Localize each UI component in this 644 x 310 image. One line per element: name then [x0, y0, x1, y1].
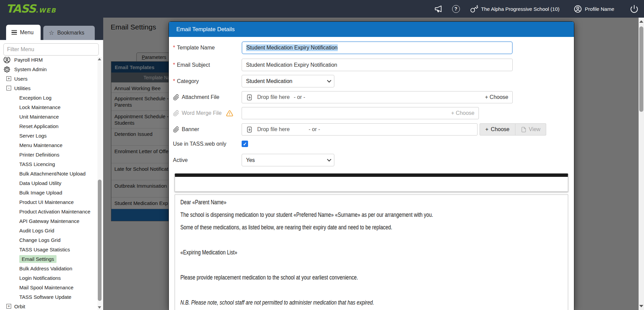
category-label: Category	[177, 78, 199, 84]
filter-menu-input[interactable]	[3, 43, 99, 56]
banner-label: Banner	[182, 126, 199, 132]
sidebar-item-bulk-address-validation[interactable]: Bulk Address Validation	[0, 264, 97, 273]
sidebar-item-exception-log[interactable]: Exception Log	[0, 93, 97, 102]
sidebar-item-lock-maintenance[interactable]: Lock Maintenance	[0, 102, 97, 112]
email-body-editor: Dear «Parent Name»The school is dispensi…	[175, 173, 568, 310]
banner-view-button[interactable]: View	[515, 123, 546, 136]
tab-menu[interactable]: Menu	[6, 25, 41, 40]
sidebar-item-printer-definitions[interactable]: Printer Definitions	[0, 150, 97, 159]
tass-web-logo[interactable]: TASS.WEB	[6, 2, 56, 15]
sidebar-item-label: Product Activation Maintenance	[19, 209, 90, 214]
template-name-input[interactable]: Student Medication Expiry Notification	[242, 41, 513, 54]
sidebar-item-mail-spool-maintenance[interactable]: Mail Spool Maintenance	[0, 283, 97, 292]
warning-icon	[226, 110, 233, 117]
email-template-details-modal: Email Template Details *Template Name St…	[169, 21, 574, 310]
drop-text: Drop file here	[257, 94, 290, 100]
editor-paragraph: The school is dispensing medication to y…	[180, 209, 490, 221]
sidebar-scrollbar[interactable]	[97, 57, 102, 310]
expand-icon[interactable]: +	[6, 76, 11, 81]
or-text: - or -	[309, 126, 320, 132]
template-name-label: Template Name	[177, 45, 215, 51]
sidebar-item-api-gateway-maintenance[interactable]: API Gateway Maintenance	[0, 216, 97, 226]
sidebar-item-menu-maintenance[interactable]: Menu Maintenance	[0, 140, 97, 150]
sidebar-item-label: Reset Application	[19, 123, 59, 129]
page-scrollbar-thumb[interactable]	[639, 26, 643, 112]
sidebar-scrollbar-thumb[interactable]	[98, 180, 102, 301]
banner-dropzone[interactable]: Drop file here - or -	[242, 123, 478, 136]
logo-text-primary: TASS	[6, 2, 36, 15]
sidebar-item-audit-logs-grid[interactable]: Audit Logs Grid	[0, 226, 97, 235]
active-select[interactable]: Yes	[242, 154, 334, 166]
editor-paragraph: «Expiring Medication List»	[180, 246, 490, 259]
sidebar-item-tass-licencing[interactable]: TASS Licencing	[0, 159, 97, 169]
sidebar-item-label: Payroll HRM	[14, 57, 43, 63]
active-label: Active	[173, 157, 242, 163]
email-subject-input[interactable]	[242, 59, 513, 71]
power-icon[interactable]	[630, 4, 639, 13]
sidebar-item-label: Data Upload Utility	[19, 180, 61, 186]
word-merge-choose-button[interactable]: + Choose	[451, 110, 474, 116]
sidebar-item-tass-software-update[interactable]: TASS Software Update	[0, 292, 97, 302]
attachment-dropzone[interactable]: Drop file here - or - + Choose	[242, 91, 513, 103]
announcements-icon[interactable]	[434, 4, 443, 13]
sidebar-item-email-settings[interactable]: Email Settings	[0, 254, 97, 264]
template-name-value: Student Medication Expiry Notification	[246, 44, 338, 51]
sidebar-menu-tree: Payroll HRMSystem Admin+Users-UtilitiesE…	[0, 57, 97, 310]
sidebar: Payroll HRMSystem Admin+Users-UtilitiesE…	[0, 40, 103, 310]
sidebar-item-label: Bulk Image Upload	[19, 190, 62, 195]
school-context-switcher[interactable]: The Alpha Progressive School (10)	[470, 5, 560, 13]
tab-bookmarks[interactable]: ☆ Bookmarks	[43, 26, 95, 40]
scroll-up-icon[interactable]	[98, 58, 101, 60]
sidebar-item-payroll-hrm[interactable]: Payroll HRM	[0, 57, 97, 64]
sidebar-item-users[interactable]: +Users	[0, 74, 97, 83]
editor-content[interactable]: Dear «Parent Name»The school is dispensi…	[175, 194, 568, 310]
sidebar-item-label: Unit Maintenance	[19, 114, 59, 120]
sidebar-item-unit-maintenance[interactable]: Unit Maintenance	[0, 112, 97, 121]
use-in-tass-label: Use in TASS.web only	[173, 141, 242, 147]
sidebar-item-label: Users	[14, 76, 27, 82]
sidebar-item-change-logs-grid[interactable]: Change Logs Grid	[0, 235, 97, 245]
star-icon: ☆	[49, 29, 54, 37]
chevron-down-icon	[327, 157, 331, 162]
page-scrollbar[interactable]	[639, 18, 644, 310]
school-context-label: The Alpha Progressive School (10)	[481, 6, 560, 12]
sidebar-item-product-ui-maintenance[interactable]: Product UI Maintenance	[0, 197, 97, 207]
sidebar-item-data-upload-utility[interactable]: Data Upload Utility	[0, 178, 97, 188]
sidebar-item-bulk-image-upload[interactable]: Bulk Image Upload	[0, 188, 97, 197]
sidebar-item-login-notifications[interactable]: Login Notifications	[0, 273, 97, 283]
scroll-up-icon[interactable]	[639, 20, 643, 23]
banner-choose-button[interactable]: +Choose	[480, 123, 515, 136]
sidebar-item-reset-application[interactable]: Reset Application	[0, 121, 97, 131]
sidebar-item-product-activation-maintenance[interactable]: Product Activation Maintenance	[0, 207, 97, 216]
sidebar-item-orbit[interactable]: +Orbit	[0, 302, 97, 310]
expand-icon[interactable]: +	[6, 304, 11, 309]
sidebar-item-label: TASS Usage Statistics	[19, 247, 70, 252]
sidebar-header: Menu ☆ Bookmarks	[0, 18, 103, 40]
editor-toolbar[interactable]	[175, 173, 568, 192]
sidebar-item-label: Product UI Maintenance	[19, 199, 74, 205]
plus-icon: +	[485, 94, 488, 100]
sidebar-item-system-admin[interactable]: System Admin	[0, 64, 97, 74]
attachment-choose-button[interactable]: + Choose	[485, 94, 508, 100]
tab-menu-label: Menu	[20, 29, 34, 36]
use-in-tass-checkbox[interactable]: ✓	[242, 141, 248, 147]
sidebar-item-label: API Gateway Maintenance	[19, 218, 80, 224]
editor-paragraph: Dear «Parent Name»	[180, 196, 490, 209]
sidebar-item-label: Change Logs Grid	[19, 237, 61, 243]
scroll-down-icon[interactable]	[98, 306, 101, 309]
help-icon[interactable]: ?	[452, 5, 460, 13]
sidebar-item-label: Utilities	[14, 85, 30, 91]
sidebar-item-label: Bulk Address Validation	[19, 266, 72, 271]
category-select[interactable]: Student Medication	[242, 75, 334, 87]
sidebar-item-tass-usage-statistics[interactable]: TASS Usage Statistics	[0, 245, 97, 254]
profile-menu[interactable]: Profile Name	[574, 5, 614, 13]
collapse-icon[interactable]: -	[6, 86, 11, 90]
file-icon	[521, 127, 527, 132]
sidebar-item-bulk-attachment-note-upload[interactable]: Bulk Attachment/Note Upload	[0, 169, 97, 178]
scroll-down-icon[interactable]	[639, 305, 643, 307]
sidebar-item-utilities[interactable]: -Utilities	[0, 83, 97, 93]
word-merge-dropzone: + Choose	[242, 107, 479, 119]
check-icon: ✓	[243, 141, 247, 147]
profile-name-label: Profile Name	[585, 6, 614, 12]
sidebar-item-server-logs[interactable]: Server Logs	[0, 131, 97, 140]
